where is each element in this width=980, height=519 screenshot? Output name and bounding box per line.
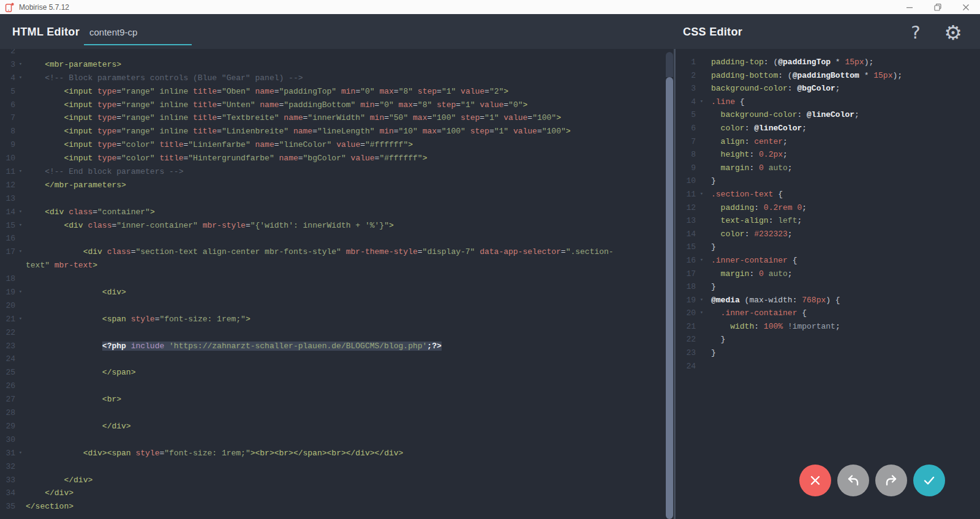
- redo-button[interactable]: [875, 465, 907, 496]
- fold-arrow-icon[interactable]: ▾: [696, 188, 707, 201]
- code-line[interactable]: 25 </span>: [0, 366, 665, 379]
- code-line[interactable]: 9 <input type="color" title="Linienfarbe…: [0, 138, 665, 152]
- cancel-button[interactable]: [799, 465, 831, 496]
- code-line[interactable]: 8 <input type="range" inline title="Lini…: [0, 125, 665, 138]
- code-line[interactable]: 21▾ <span style="font-size: 1rem;">: [0, 313, 665, 326]
- help-icon[interactable]: ?: [905, 21, 927, 43]
- code-line[interactable]: 20: [0, 299, 665, 313]
- code-line[interactable]: 3▾ <mbr-parameters>: [0, 58, 665, 72]
- fold-gutter: [696, 82, 707, 95]
- code-line[interactable]: 13: [0, 192, 665, 206]
- code-line[interactable]: 6 color: @lineColor;: [676, 122, 980, 135]
- code-line[interactable]: 23 <?php include 'https://zahnarzt-schal…: [0, 340, 665, 353]
- code-line[interactable]: 10 <input type="color" title="Hintergrun…: [0, 152, 665, 165]
- code-line[interactable]: 18: [0, 272, 665, 286]
- code-line[interactable]: 11▾ <!-- End block parameters -->: [0, 165, 665, 179]
- code-line[interactable]: 2: [0, 49, 665, 58]
- fold-arrow-icon[interactable]: ▾: [15, 72, 26, 85]
- code-line[interactable]: 1padding-top: (@paddingTop * 15px);: [676, 56, 980, 69]
- code-line[interactable]: 29 </div>: [0, 420, 665, 433]
- line-number: 8: [676, 148, 696, 162]
- code-line[interactable]: 13 text-align: left;: [676, 214, 980, 228]
- code-line[interactable]: 28: [0, 406, 665, 420]
- code-line[interactable]: 5 <input type="range" inline title="Oben…: [0, 85, 665, 99]
- line-number: 27: [0, 393, 15, 406]
- html-editor-scrollbar[interactable]: [665, 49, 674, 519]
- code-line[interactable]: 15▾ <div class="inner-container" mbr-sty…: [0, 219, 665, 233]
- html-editor-title: HTML Editor: [12, 26, 80, 39]
- code-text: <div><span style="font-size: 1rem;"><br>…: [26, 447, 403, 460]
- code-line[interactable]: 18}: [676, 280, 980, 294]
- code-line[interactable]: 22 }: [676, 333, 980, 346]
- code-line[interactable]: text" mbr-text>: [0, 259, 665, 272]
- code-line[interactable]: 12 </mbr-parameters>: [0, 179, 665, 192]
- code-line[interactable]: 22: [0, 326, 665, 340]
- fold-arrow-icon[interactable]: ▾: [696, 254, 707, 267]
- code-line[interactable]: 7 align: center;: [676, 135, 980, 149]
- code-line[interactable]: 30: [0, 433, 665, 447]
- line-number: 23: [0, 340, 15, 353]
- code-line[interactable]: 17▾ <div class="section-text align-cente…: [0, 245, 665, 259]
- code-line[interactable]: 24: [0, 353, 665, 366]
- code-line[interactable]: 15}: [676, 241, 980, 254]
- tab-content9-cp[interactable]: content9-cp: [84, 25, 192, 45]
- code-line[interactable]: 19▾@media (max-width: 768px) {: [676, 294, 980, 307]
- code-line[interactable]: 4▾ <!-- Block parameters controls (Blue …: [0, 72, 665, 85]
- settings-gear-icon[interactable]: ⚙: [942, 21, 964, 43]
- code-line[interactable]: 16▾.inner-container {: [676, 254, 980, 267]
- code-line[interactable]: 12 padding: 0.2rem 0;: [676, 201, 980, 215]
- code-line[interactable]: 21 width: 100% !important;: [676, 320, 980, 334]
- code-text: text-align: left;: [707, 214, 802, 228]
- scrollbar-thumb[interactable]: [666, 77, 673, 519]
- code-line[interactable]: 4▾.line {: [676, 95, 980, 109]
- undo-button[interactable]: [837, 465, 869, 496]
- code-line[interactable]: 35</section>: [0, 500, 665, 513]
- close-window-button[interactable]: [952, 0, 980, 14]
- code-line[interactable]: 33 </div>: [0, 474, 665, 487]
- code-line[interactable]: 10}: [676, 174, 980, 188]
- fold-arrow-icon[interactable]: ▾: [15, 58, 26, 72]
- code-line[interactable]: 3background-color: @bgColor;: [676, 82, 980, 95]
- code-line[interactable]: 24: [676, 360, 980, 373]
- code-line[interactable]: 6 <input type="range" inline title="Unte…: [0, 99, 665, 112]
- code-line[interactable]: 16: [0, 232, 665, 245]
- code-line[interactable]: 14▾ <div class="container">: [0, 206, 665, 219]
- code-line[interactable]: 19▾ <div>: [0, 286, 665, 299]
- code-line[interactable]: 20▾ .inner-container {: [676, 307, 980, 320]
- code-line[interactable]: 14 color: #232323;: [676, 228, 980, 241]
- code-line[interactable]: 32: [0, 460, 665, 474]
- line-number: 13: [0, 192, 15, 206]
- code-line[interactable]: 7 <input type="range" inline title="Text…: [0, 111, 665, 125]
- confirm-button[interactable]: [913, 465, 945, 496]
- code-line[interactable]: 26: [0, 379, 665, 393]
- fold-arrow-icon[interactable]: ▾: [696, 294, 707, 307]
- fold-gutter: [696, 333, 707, 346]
- fold-arrow-icon[interactable]: ▾: [696, 95, 707, 109]
- fold-arrow-icon[interactable]: ▾: [15, 245, 26, 259]
- fold-arrow-icon[interactable]: ▾: [696, 307, 707, 320]
- code-line[interactable]: 31▾ <div><span style="font-size: 1rem;">…: [0, 447, 665, 460]
- fold-gutter: [15, 406, 26, 420]
- fold-arrow-icon[interactable]: ▾: [15, 219, 26, 233]
- line-number: 33: [0, 474, 15, 487]
- code-line[interactable]: 8 height: 0.2px;: [676, 148, 980, 162]
- fold-arrow-icon[interactable]: ▾: [15, 206, 26, 219]
- fold-arrow-icon[interactable]: ▾: [15, 165, 26, 179]
- css-editor-pane[interactable]: 1padding-top: (@paddingTop * 15px);2padd…: [676, 49, 980, 519]
- html-editor-pane[interactable]: 23▾ <mbr-parameters>4▾ <!-- Block parame…: [0, 49, 665, 519]
- fold-arrow-icon[interactable]: ▾: [15, 313, 26, 326]
- code-line[interactable]: 27 <br>: [0, 393, 665, 406]
- fold-arrow-icon[interactable]: ▾: [15, 286, 26, 299]
- restore-button[interactable]: [924, 0, 952, 14]
- code-line[interactable]: 34 </div>: [0, 487, 665, 500]
- code-line[interactable]: 9 margin: 0 auto;: [676, 162, 980, 175]
- code-line[interactable]: 11▾.section-text {: [676, 188, 980, 201]
- code-line[interactable]: 2padding-bottom: (@paddingBottom * 15px)…: [676, 69, 980, 83]
- line-number: 11: [0, 165, 15, 179]
- minimize-button[interactable]: [895, 0, 924, 14]
- code-line[interactable]: 5 background-color: @lineColor;: [676, 108, 980, 122]
- code-line[interactable]: 23}: [676, 346, 980, 360]
- fold-arrow-icon[interactable]: ▾: [15, 447, 26, 460]
- code-text: <input type="range" inline title="Textbr…: [26, 111, 561, 125]
- code-line[interactable]: 17 margin: 0 auto;: [676, 267, 980, 281]
